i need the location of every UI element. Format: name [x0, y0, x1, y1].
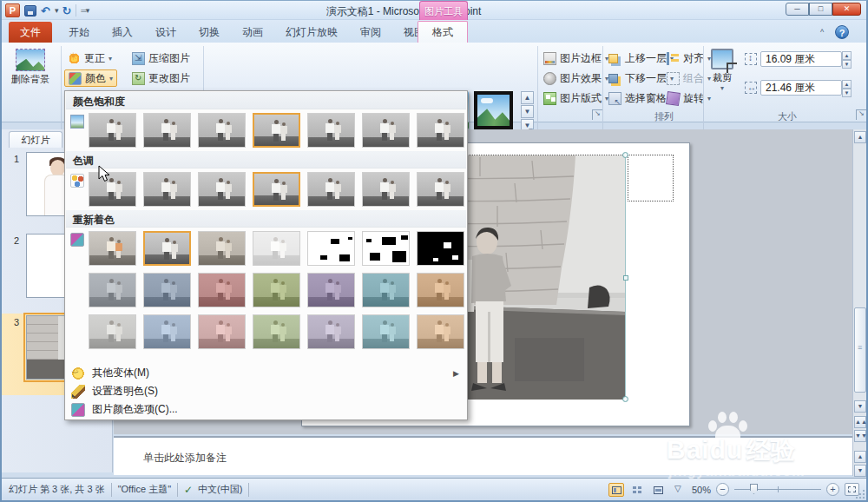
color-saturation-thumb[interactable]: [198, 113, 246, 148]
next-slide-icon[interactable]: ▼▼: [854, 430, 866, 442]
tab-file[interactable]: 文件: [9, 22, 52, 43]
selection-handle-mid-right[interactable]: [623, 275, 628, 281]
close-button[interactable]: ✕: [832, 3, 861, 16]
tab-review[interactable]: 审阅: [349, 22, 392, 43]
color-saturation-thumb[interactable]: [362, 113, 410, 148]
recolor-thumb[interactable]: [143, 314, 191, 349]
tab-insert[interactable]: 插入: [101, 22, 144, 43]
help-icon[interactable]: ?: [835, 25, 849, 39]
picture-layout-button[interactable]: 图片版式▾: [540, 89, 612, 107]
normal-view-button[interactable]: [608, 483, 624, 497]
recolor-thumb[interactable]: [307, 273, 355, 307]
collapse-ribbon-icon[interactable]: ^: [816, 28, 828, 38]
content-placeholder[interactable]: [628, 155, 674, 201]
color-saturation-thumb[interactable]: [143, 113, 191, 148]
recolor-thumb[interactable]: [89, 273, 136, 307]
recolor-thumb[interactable]: [253, 231, 300, 266]
tab-slideshow[interactable]: 幻灯片放映: [274, 22, 349, 43]
zoom-slider-thumb[interactable]: [750, 484, 758, 494]
scrollbar-thumb[interactable]: [854, 307, 866, 393]
menu-item-picture-color-options[interactable]: 图片颜色选项(C)...: [66, 400, 466, 419]
slide-sorter-view-button[interactable]: [629, 483, 645, 497]
scroll-up-icon[interactable]: ▲: [854, 131, 866, 143]
recolor-thumb[interactable]: [198, 231, 246, 266]
color-tone-thumb[interactable]: [253, 172, 300, 207]
color-tone-thumb[interactable]: [89, 172, 136, 207]
corrections-button[interactable]: 更正▾: [64, 50, 115, 67]
tab-home[interactable]: 开始: [57, 22, 101, 43]
spellcheck-icon[interactable]: ✓: [184, 484, 193, 496]
picture-style-thumb[interactable]: [474, 91, 513, 129]
recolor-thumb[interactable]: [89, 231, 136, 266]
recolor-thumb[interactable]: [198, 314, 246, 349]
shape-height-field[interactable]: 16.09 厘米: [760, 51, 842, 67]
height-spinner[interactable]: ▲▼: [842, 51, 852, 67]
recolor-thumb[interactable]: [362, 273, 410, 307]
recolor-thumb[interactable]: [198, 273, 246, 307]
previous-slide-icon[interactable]: ▲▲: [854, 416, 866, 428]
recolor-thumb[interactable]: [362, 314, 410, 349]
recolor-thumb[interactable]: [417, 273, 464, 307]
slides-tab[interactable]: 幻灯片: [9, 131, 62, 148]
recolor-thumb[interactable]: [143, 231, 191, 266]
powerpoint-app-icon[interactable]: P: [5, 3, 20, 17]
size-dialog-launcher[interactable]: [856, 109, 866, 120]
picture-effects-button[interactable]: 图片效果▾: [540, 69, 612, 87]
recolor-thumb[interactable]: [253, 273, 300, 307]
color-tone-thumb[interactable]: [307, 172, 355, 207]
recolor-thumb[interactable]: [253, 314, 300, 349]
notes-scroll-down-icon[interactable]: ▼: [854, 465, 866, 477]
selection-pane-button[interactable]: 选择窗格: [605, 89, 670, 107]
notes-pane[interactable]: 单击此处添加备注: [114, 436, 852, 475]
redo-icon[interactable]: ↻: [62, 5, 71, 17]
zoom-in-icon[interactable]: +: [826, 483, 839, 496]
width-spinner[interactable]: ▲▼: [842, 80, 852, 96]
rotate-button[interactable]: 旋转▾: [663, 89, 714, 107]
color-button[interactable]: 颜色▾: [64, 69, 117, 87]
vertical-scrollbar[interactable]: ▲ ▼ ▲▲ ▼▼ ▲ ▼: [852, 129, 866, 476]
maximize-button[interactable]: □: [809, 3, 832, 16]
tab-transitions[interactable]: 切换: [187, 22, 231, 43]
slideshow-view-button[interactable]: [671, 483, 687, 497]
compress-pictures-button[interactable]: 压缩图片: [128, 50, 194, 67]
crop-button[interactable]: 裁剪 ▾: [707, 49, 738, 92]
zoom-slider[interactable]: [734, 483, 821, 496]
remove-background-button[interactable]: 删除背景: [5, 49, 56, 86]
notes-scroll-up-icon[interactable]: ▲: [854, 451, 866, 463]
tab-format[interactable]: 格式: [418, 21, 468, 43]
tab-design[interactable]: 设计: [144, 22, 187, 43]
selection-handle-bottom-right[interactable]: [622, 396, 628, 402]
minimize-button[interactable]: ─: [786, 3, 809, 16]
color-saturation-thumb[interactable]: [417, 113, 464, 148]
change-picture-button[interactable]: 更改图片: [128, 69, 194, 87]
window-resize-grip[interactable]: [855, 489, 865, 499]
tab-animations[interactable]: 动画: [231, 22, 274, 43]
zoom-out-icon[interactable]: −: [716, 483, 729, 496]
customize-qat-icon[interactable]: ═▾: [81, 6, 89, 15]
color-tone-thumb[interactable]: [198, 172, 246, 207]
undo-icon[interactable]: ↶: [41, 5, 50, 17]
shape-width-field[interactable]: 21.46 厘米: [760, 80, 842, 96]
color-saturation-thumb[interactable]: [89, 113, 136, 148]
menu-item-set-transparent-color[interactable]: 设置透明色(S): [66, 382, 466, 400]
recolor-thumb[interactable]: [362, 231, 410, 266]
gallery-down-icon[interactable]: ▼: [521, 105, 534, 118]
recolor-thumb[interactable]: [143, 273, 191, 307]
selection-handle-top-right[interactable]: [622, 152, 628, 158]
picture-styles-dialog-launcher[interactable]: [592, 109, 602, 120]
undo-dropdown-icon[interactable]: ▾: [55, 6, 58, 15]
recolor-thumb[interactable]: [307, 314, 355, 349]
zoom-percentage[interactable]: 50%: [692, 485, 711, 495]
reading-view-button[interactable]: [650, 483, 666, 497]
picture-border-button[interactable]: 图片边框▾: [540, 50, 612, 67]
save-icon[interactable]: [24, 5, 36, 17]
recolor-thumb[interactable]: [417, 231, 464, 266]
recolor-thumb[interactable]: [417, 314, 464, 349]
scroll-down-icon[interactable]: ▼: [854, 400, 866, 413]
recolor-thumb[interactable]: [89, 314, 136, 349]
language-label[interactable]: 中文(中国): [198, 483, 242, 496]
gallery-up-icon[interactable]: ▲: [521, 91, 534, 104]
color-tone-thumb[interactable]: [143, 172, 191, 207]
recolor-thumb[interactable]: [307, 231, 355, 266]
menu-item-more-variations[interactable]: 其他变体(M)▶: [66, 364, 466, 382]
